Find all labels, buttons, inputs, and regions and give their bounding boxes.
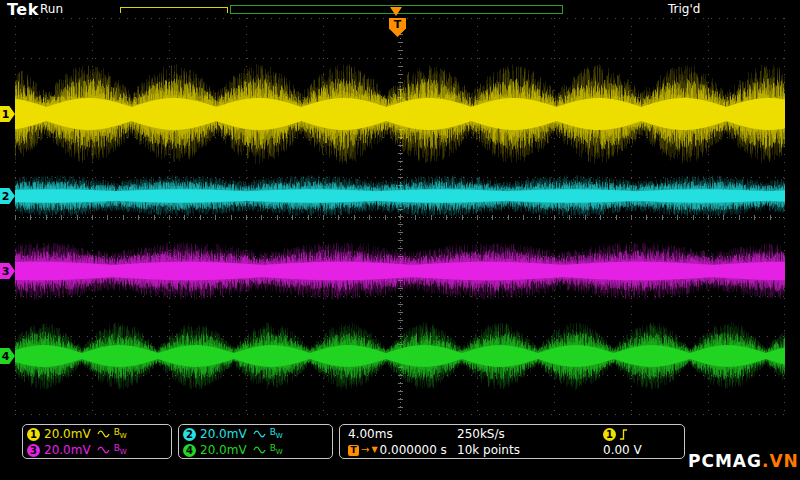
ch2-ch4-readout-box: 2 20.0mV BW 4 20.0mV BW — [178, 424, 333, 459]
ac-coupling-icon — [97, 430, 110, 438]
channel-4-marker-label: 4 — [2, 350, 10, 363]
bandwidth-limit-icon: BW — [114, 428, 127, 441]
ch1-scale: 20.0mV — [44, 427, 91, 441]
channel-2-marker[interactable]: 2 — [0, 188, 15, 204]
trigger-level: 0.00 V — [603, 443, 684, 457]
top-status-bar: Tek Run Trig'd — [0, 0, 800, 18]
ch1-ch3-readout-box: 1 20.0mV BW 3 20.0mV BW — [22, 424, 172, 459]
trigger-flag-label: T — [394, 18, 402, 31]
watermark-accent: .VN — [762, 451, 799, 471]
arrow-right-icon: → — [361, 445, 369, 455]
waveform-display — [15, 18, 785, 415]
sample-rate: 250kS/s — [457, 427, 599, 441]
ch2-scale: 20.0mV — [200, 427, 247, 441]
trigger-position-icon: T — [348, 445, 359, 456]
ch4-readout[interactable]: 4 20.0mV BW — [183, 442, 328, 458]
oscilloscope-screen: Tek Run Trig'd 1 2 3 4 T 1 20.0mV — [0, 0, 800, 480]
tek-logo: Tek — [7, 0, 39, 19]
record-length: 10k points — [457, 443, 599, 457]
ch4-badge: 4 — [183, 444, 196, 457]
ch2-readout[interactable]: 2 20.0mV BW — [183, 426, 328, 442]
channel-3-marker-label: 3 — [2, 265, 10, 278]
ac-coupling-icon — [253, 446, 266, 454]
ac-coupling-icon — [253, 430, 266, 438]
ch4-scale: 20.0mV — [200, 443, 247, 457]
channel-4-marker[interactable]: 4 — [0, 348, 15, 364]
time-per-div: 4.00ms — [348, 427, 453, 441]
ch3-badge: 3 — [27, 444, 40, 457]
arrow-down-icon: ▼ — [371, 446, 377, 454]
ch2-badge: 2 — [183, 428, 196, 441]
trigger-status: Trig'd — [668, 2, 700, 16]
acquisition-status: Run — [40, 2, 63, 16]
bandwidth-limit-icon: BW — [114, 444, 127, 457]
trigger-delay-time: 0.000000 s — [380, 443, 447, 457]
horizontal-trigger-readout-box[interactable]: 4.00ms 250kS/s 1 T → ▼ 0.000000 s 10k po… — [339, 424, 685, 459]
channel-1-marker[interactable]: 1 — [0, 106, 15, 122]
readout-bar: 1 20.0mV BW 3 20.0mV BW 2 20.0mV BW 4 20 — [0, 424, 800, 461]
bandwidth-limit-icon: BW — [270, 444, 283, 457]
ac-coupling-icon — [97, 446, 110, 454]
ch3-readout[interactable]: 3 20.0mV BW — [27, 442, 167, 458]
graticule-area: 1 2 3 4 T — [0, 18, 800, 415]
zoom-window-indicator[interactable] — [120, 7, 228, 13]
ch1-badge: 1 — [27, 428, 40, 441]
bandwidth-limit-icon: BW — [270, 428, 283, 441]
channel-1-marker-label: 1 — [2, 108, 10, 121]
trigger-position-arrow-icon[interactable] — [390, 7, 402, 16]
watermark: PCMAG.VN — [688, 451, 799, 471]
trigger-source-badge[interactable]: 1 — [603, 428, 616, 441]
ch3-scale: 20.0mV — [44, 443, 91, 457]
channel-3-marker[interactable]: 3 — [0, 263, 15, 279]
watermark-main: PCMAG — [688, 451, 762, 471]
channel-2-marker-label: 2 — [2, 190, 10, 203]
ch1-readout[interactable]: 1 20.0mV BW — [27, 426, 167, 442]
rising-edge-icon — [619, 429, 628, 440]
